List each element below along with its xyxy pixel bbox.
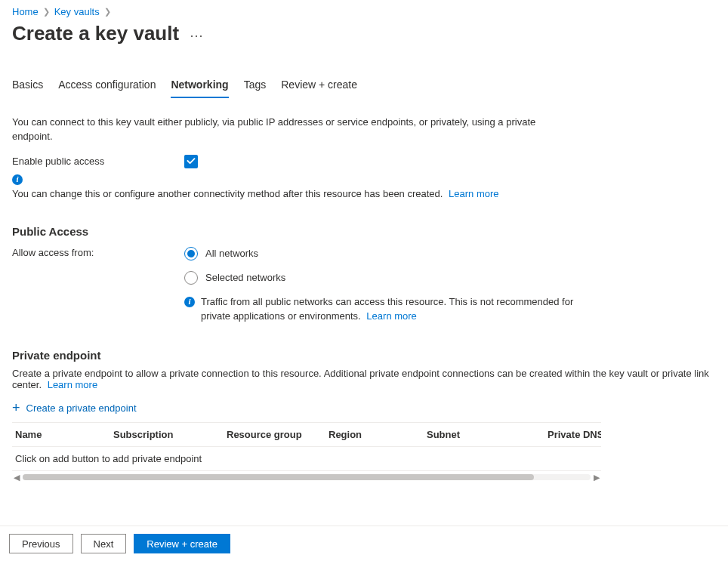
radio-selected-networks[interactable]: Selected networks — [184, 268, 716, 292]
col-subnet[interactable]: Subnet — [424, 423, 544, 447]
horizontal-scrollbar[interactable]: ◀ ▶ — [12, 471, 601, 483]
scroll-right-icon[interactable]: ▶ — [592, 473, 601, 482]
tab-networking[interactable]: Networking — [171, 74, 228, 98]
page-title: Create a key vault — [12, 22, 179, 45]
plus-icon: + — [12, 401, 20, 415]
private-endpoint-desc: Create a private endpoint to allow a pri… — [12, 368, 709, 390]
tab-tags[interactable]: Tags — [244, 74, 267, 98]
enable-public-access-label: Enable public access — [12, 156, 184, 167]
tabs: Basics Access configuration Networking T… — [12, 74, 716, 99]
tab-access-configuration[interactable]: Access configuration — [58, 74, 156, 98]
breadcrumb: Home ❯ Key vaults ❯ — [12, 5, 716, 20]
next-button[interactable]: Next — [81, 534, 127, 553]
private-endpoint-table: Name Subscription Resource group Region … — [12, 422, 601, 471]
learn-more-link[interactable]: Learn more — [366, 310, 416, 322]
col-region[interactable]: Region — [325, 423, 424, 447]
tab-basics[interactable]: Basics — [12, 74, 43, 98]
private-endpoint-heading: Private endpoint — [12, 349, 716, 362]
tab-review-create[interactable]: Review + create — [281, 74, 357, 98]
scroll-left-icon[interactable]: ◀ — [12, 473, 21, 482]
more-actions-icon[interactable]: ⋯ — [190, 26, 204, 42]
scroll-thumb[interactable] — [23, 474, 534, 480]
col-name[interactable]: Name — [12, 423, 110, 447]
create-private-endpoint-button[interactable]: + Create a private endpoint — [12, 401, 137, 415]
breadcrumb-home[interactable]: Home — [12, 6, 39, 17]
radio-all-networks-label: All networks — [205, 248, 258, 259]
chevron-right-icon: ❯ — [104, 7, 111, 17]
scroll-track[interactable] — [23, 474, 591, 480]
info-icon: i — [184, 297, 195, 307]
col-subscription[interactable]: Subscription — [110, 423, 224, 447]
table-empty-message: Click on add button to add private endpo… — [12, 447, 601, 471]
allow-access-from-label: Allow access from: — [12, 244, 184, 324]
create-private-endpoint-label: Create a private endpoint — [26, 402, 137, 414]
networking-intro-text: You can connect to this key vault either… — [12, 116, 556, 144]
previous-button[interactable]: Previous — [9, 534, 73, 553]
review-create-button[interactable]: Review + create — [134, 534, 230, 553]
learn-more-link[interactable]: Learn more — [48, 379, 97, 390]
radio-selected-networks-label: Selected networks — [205, 272, 285, 283]
col-resource-group[interactable]: Resource group — [224, 423, 325, 447]
breadcrumb-key-vaults[interactable]: Key vaults — [54, 6, 100, 17]
wizard-footer: Previous Next Review + create — [0, 526, 728, 561]
learn-more-link[interactable]: Learn more — [449, 188, 498, 199]
chevron-right-icon: ❯ — [43, 7, 50, 17]
col-private-dns-zone[interactable]: Private DNS Zone — [544, 423, 601, 447]
radio-icon — [184, 247, 198, 260]
enable-public-access-help: You can change this or configure another… — [12, 188, 443, 199]
radio-icon — [184, 271, 198, 285]
radio-all-networks[interactable]: All networks — [184, 244, 716, 268]
public-access-heading: Public Access — [12, 225, 716, 238]
info-icon: i — [12, 174, 23, 185]
table-row: Click on add button to add private endpo… — [12, 447, 601, 471]
enable-public-access-checkbox[interactable] — [184, 155, 198, 168]
